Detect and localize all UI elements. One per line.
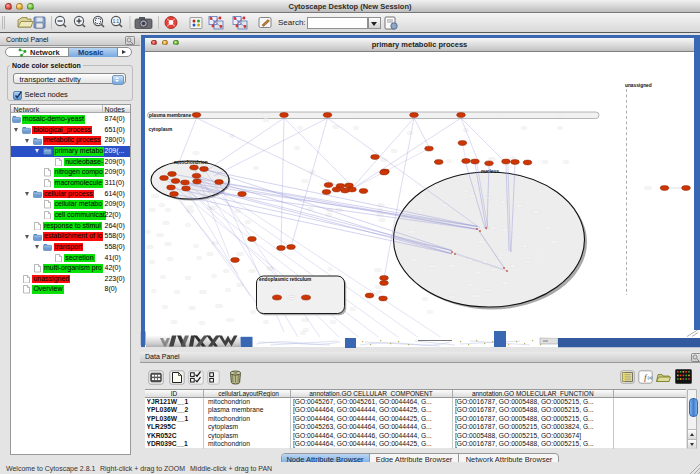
svg-text:unassigned: unassigned (625, 83, 652, 88)
svg-text:cytoplasm: cytoplasm (149, 127, 173, 132)
svg-text:nucleus: nucleus (481, 169, 499, 174)
svg-text:plasma membrane: plasma membrane (149, 113, 191, 118)
svg-text:(x): (x) (648, 375, 653, 380)
svg-text:endoplasmic reticulum: endoplasmic reticulum (259, 277, 311, 282)
svg-text:1:1: 1:1 (113, 19, 120, 24)
